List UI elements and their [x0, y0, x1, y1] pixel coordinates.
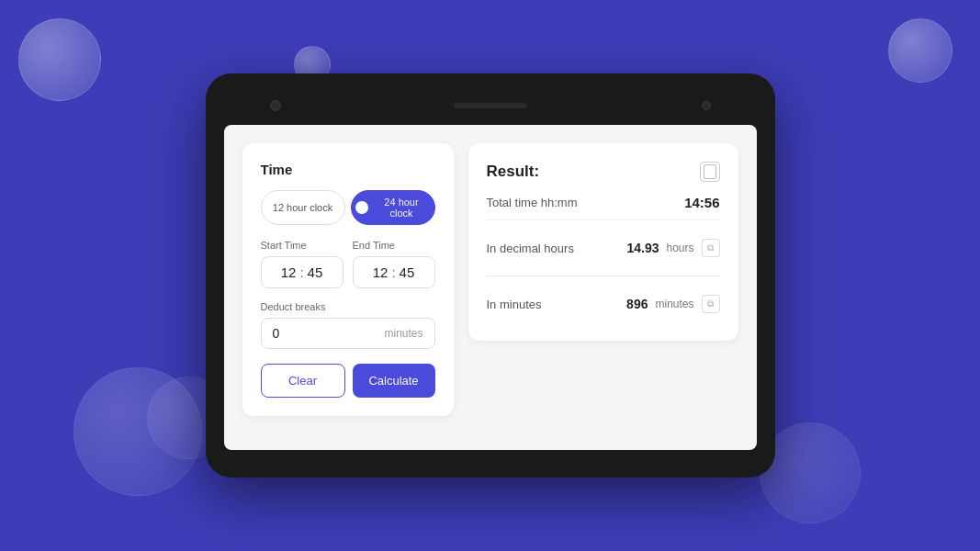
- total-time-label: Total time hh:mm: [487, 196, 578, 209]
- breaks-label: Deduct breaks: [261, 301, 435, 312]
- end-time-col: End Time 12 : 45: [353, 240, 435, 288]
- decimal-hours-value: 14.93: [626, 241, 659, 255]
- minutes-row: In minutes 896 minutes: [487, 286, 720, 322]
- start-time-col: Start Time 12 : 45: [261, 240, 344, 288]
- tablet-screen: Time 12 hour clock 24 hour clock Start T…: [224, 125, 757, 450]
- end-colon: :: [391, 264, 395, 280]
- clear-button[interactable]: Clear: [261, 364, 345, 398]
- breaks-input[interactable]: 0 minutes: [261, 318, 435, 349]
- tablet-camera-right: [702, 101, 711, 110]
- decimal-hours-label: In decimal hours: [487, 242, 574, 255]
- minutes-unit: minutes: [655, 298, 693, 310]
- total-time-row: Total time hh:mm 14:56: [487, 195, 720, 210]
- tablet-frame: Time 12 hour clock 24 hour clock Start T…: [206, 73, 775, 478]
- end-time-input[interactable]: 12 : 45: [353, 256, 435, 288]
- decimal-hours-unit: hours: [666, 242, 693, 254]
- tablet-speaker: [454, 103, 527, 108]
- time-row: Start Time 12 : 45 End Time 12 : 45: [261, 240, 435, 288]
- breaks-unit: minutes: [384, 327, 422, 340]
- divider-2: [487, 276, 720, 276]
- breaks-value: 0: [273, 326, 385, 341]
- end-time-label: End Time: [353, 240, 435, 251]
- end-hours: 12: [373, 264, 389, 280]
- panel-title: Time: [261, 162, 435, 177]
- twenty-four-hour-clock-button[interactable]: 24 hour clock: [351, 190, 435, 225]
- decimal-hours-right: 14.93 hours: [626, 239, 719, 257]
- right-panel: Result: Total time hh:mm 14:56 In decima…: [468, 143, 738, 341]
- calculate-button[interactable]: Calculate: [353, 364, 435, 398]
- result-title: Result:: [487, 163, 540, 181]
- copy-minutes-icon[interactable]: [702, 295, 720, 313]
- divider-1: [487, 219, 720, 220]
- clock-toggle: 12 hour clock 24 hour clock: [261, 190, 435, 225]
- result-header: Result:: [487, 162, 720, 182]
- start-time-label: Start Time: [261, 240, 344, 251]
- start-minutes: 45: [308, 264, 323, 280]
- tablet-top-bar: [224, 92, 757, 119]
- twelve-hour-clock-button[interactable]: 12 hour clock: [261, 190, 345, 225]
- decimal-hours-row: In decimal hours 14.93 hours: [487, 230, 720, 266]
- button-row: Clear Calculate: [261, 364, 435, 398]
- minutes-label: In minutes: [487, 298, 542, 311]
- copy-result-icon[interactable]: [700, 162, 720, 182]
- start-time-input[interactable]: 12 : 45: [261, 256, 344, 288]
- start-hours: 12: [281, 264, 297, 280]
- minutes-right: 896 minutes: [626, 295, 719, 313]
- decorative-bubble-6: [760, 422, 861, 523]
- total-time-value: 14:56: [684, 195, 719, 210]
- copy-decimal-icon[interactable]: [702, 239, 720, 257]
- start-colon: :: [299, 264, 303, 280]
- decorative-bubble-1: [18, 18, 101, 101]
- minutes-value: 896: [626, 297, 648, 311]
- end-minutes: 45: [400, 264, 415, 280]
- tablet-camera-left: [270, 100, 281, 111]
- decorative-bubble-3: [888, 18, 952, 83]
- left-panel: Time 12 hour clock 24 hour clock Start T…: [242, 143, 454, 416]
